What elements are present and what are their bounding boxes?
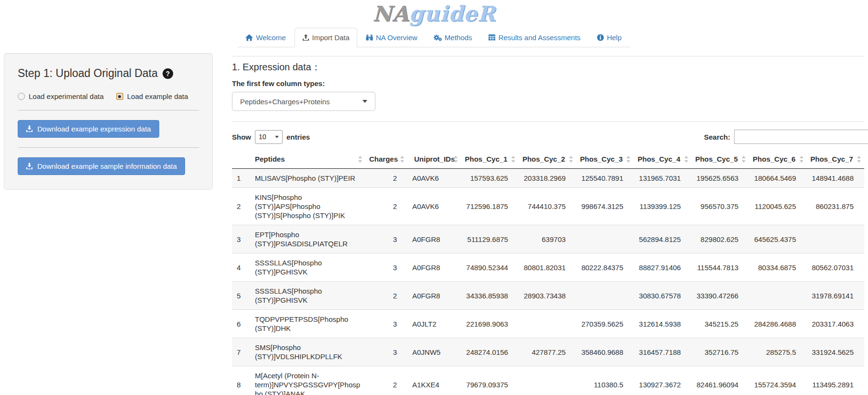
page: NAguideR Welcome Import Data NA Overview — [0, 0, 868, 395]
table-row: 6TQDPVPPETPSDS[Phospho (STY)]DHK3A0JLT22… — [232, 310, 864, 338]
table-cell: 80562.07031 — [807, 253, 864, 282]
table-cell: 312614.5938 — [634, 310, 691, 338]
download-icon — [26, 163, 33, 170]
binoculars-icon — [366, 34, 373, 41]
table-cell: 30830.67578 — [634, 282, 691, 310]
table-cell: 7 — [232, 338, 248, 366]
download-example-expression-data-button[interactable]: Download example expression data — [18, 120, 159, 138]
table-cell: M[Acetyl (Protein N-term)]NPVYSPGSSGVPY[… — [248, 366, 365, 395]
cogs-icon — [434, 34, 442, 41]
table-cell: 3 — [365, 338, 407, 366]
table-cell: 4 — [232, 253, 248, 282]
question-circle-icon[interactable]: ? — [163, 68, 173, 79]
column-header-phos_cyc_2[interactable]: Phos_Cyc_2 — [518, 150, 576, 169]
table-cell: 125540.7891 — [576, 169, 634, 188]
column-header-charges[interactable]: Charges — [365, 150, 407, 169]
sort-icon — [857, 155, 861, 163]
tab-results-and-assessments[interactable]: Results and Assessments — [481, 28, 588, 47]
search-input[interactable] — [734, 130, 868, 144]
table-cell: 358460.9688 — [576, 338, 634, 366]
radio-load-example-data[interactable]: Load example data — [116, 92, 188, 100]
table-cell: SSSSLLAS[Phospho (STY)]PGHISVK — [248, 253, 365, 282]
table-cell: 80801.82031 — [518, 253, 576, 282]
table-cell: 3 — [365, 310, 407, 338]
table-cell: 352716.75 — [692, 338, 749, 366]
table-cell — [807, 225, 864, 253]
table-cell: 511129.6875 — [461, 225, 518, 253]
app-logo: NAguideR — [0, 0, 868, 28]
table-cell: 203317.4063 — [807, 310, 864, 338]
table-cell: 157593.625 — [461, 169, 518, 188]
tab-welcome[interactable]: Welcome — [238, 28, 293, 47]
column-types-select[interactable]: Peptides+Charges+Proteins — [232, 92, 375, 111]
sort-icon — [358, 155, 362, 163]
table-cell: A0FGR8 — [407, 253, 461, 282]
divider — [232, 121, 864, 122]
table-cell: TQDPVPPETPSDS[Phospho (STY)]DHK — [248, 310, 365, 338]
table-cell: 248274.0156 — [461, 338, 518, 366]
table-cell: 3 — [232, 225, 248, 253]
tab-label: Results and Assessments — [498, 33, 581, 42]
table-cell: MLISAVS[Phospho (STY)]PEIR — [248, 169, 365, 188]
chevron-down-icon — [275, 136, 279, 138]
column-header-index — [232, 150, 248, 169]
column-header-peptides[interactable]: Peptides — [248, 150, 365, 169]
table-cell: 3 — [365, 225, 407, 253]
home-icon — [245, 34, 253, 41]
table-cell: 180664.5469 — [749, 169, 806, 188]
table-row: 1MLISAVS[Phospho (STY)]PEIR2A0AVK6157593… — [232, 169, 864, 188]
table-cell: 88827.91406 — [634, 253, 691, 282]
table-cell: 34336.85938 — [461, 282, 518, 310]
table-cell: A0AVK6 — [407, 169, 461, 188]
table-cell: SSSSLLAS[Phospho (STY)]PGHISVK — [248, 282, 365, 310]
column-header-phos_cyc_4[interactable]: Phos_Cyc_4 — [634, 150, 691, 169]
table-row: 8M[Acetyl (Protein N-term)]NPVYSPGSSGVPY… — [232, 366, 864, 395]
download-example-sample-information-data-button[interactable]: Download example sample information data — [18, 157, 185, 175]
table-cell: 155724.3594 — [749, 366, 806, 395]
download-icon — [26, 125, 33, 132]
sort-icon — [400, 155, 404, 163]
column-header-phos_cyc_7[interactable]: Phos_Cyc_7 — [807, 150, 864, 169]
entries-label: entries — [286, 133, 310, 141]
tab-na-overview[interactable]: NA Overview — [358, 28, 425, 47]
button-label: Download example sample information data — [37, 162, 177, 170]
table-cell: 956570.375 — [692, 188, 749, 225]
tab-import-data[interactable]: Import Data — [295, 28, 357, 47]
table-cell: 331924.5625 — [807, 338, 864, 366]
table-cell: 284286.4688 — [749, 310, 806, 338]
table-cell: 829802.625 — [692, 225, 749, 253]
radio-unselected-icon — [18, 93, 25, 100]
page-length-select[interactable]: 10 — [255, 130, 283, 144]
table-cell: 115544.7813 — [692, 253, 749, 282]
tab-label: Methods — [445, 33, 472, 42]
page-length-value: 10 — [259, 133, 266, 141]
table-cell: SMS[Phospho (STY)]VDLSHIPLKDPLLFK — [248, 338, 365, 366]
panel-title-text: Step 1: Upload Original Data — [18, 67, 158, 80]
divider — [18, 147, 199, 148]
sort-icon — [800, 155, 803, 163]
table-cell: 130927.3672 — [634, 366, 691, 395]
radio-load-experimental-data[interactable]: Load experimental data — [18, 92, 104, 100]
column-header-uniprot_ids[interactable]: Uniprot_IDs — [407, 150, 461, 169]
table-row: 7SMS[Phospho (STY)]VDLSHIPLKDPLLFK3A0JNW… — [232, 338, 864, 366]
table-cell — [518, 366, 576, 395]
column-header-phos_cyc_1[interactable]: Phos_Cyc_1 — [461, 150, 518, 169]
radio-label: Load example data — [127, 92, 188, 100]
table-controls: Show 10 entries Search: — [232, 130, 864, 144]
tab-help[interactable]: Help — [589, 28, 629, 47]
table-cell: 8 — [232, 366, 248, 395]
tab-methods[interactable]: Methods — [426, 28, 480, 47]
table-row: 4SSSSLLAS[Phospho (STY)]PGHISVK3A0FGR874… — [232, 253, 864, 282]
table-cell: 645625.4375 — [749, 225, 806, 253]
table-cell: 1139399.125 — [634, 188, 691, 225]
panel-title: Step 1: Upload Original Data ? — [18, 67, 199, 80]
sort-icon — [626, 155, 630, 163]
column-header-phos_cyc_6[interactable]: Phos_Cyc_6 — [749, 150, 806, 169]
column-header-phos_cyc_5[interactable]: Phos_Cyc_5 — [692, 150, 749, 169]
table-cell: 1120045.625 — [749, 188, 806, 225]
divider — [18, 110, 199, 110]
table-cell: 2 — [365, 188, 407, 225]
column-header-phos_cyc_3[interactable]: Phos_Cyc_3 — [576, 150, 634, 169]
logo-part-guider: guideR — [409, 1, 495, 26]
table-cell: 110380.5 — [576, 366, 634, 395]
